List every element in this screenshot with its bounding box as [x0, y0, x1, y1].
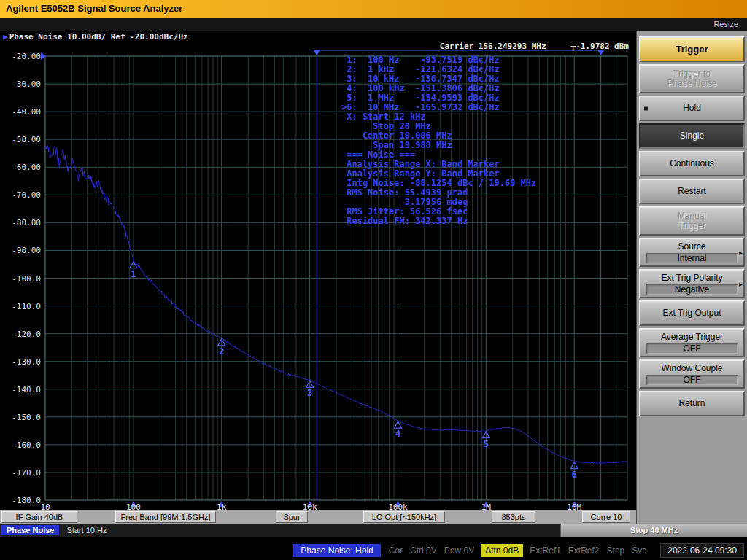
carrier-readout: Carrier 156.249293 MHz┬-1.9782 dBm — [440, 42, 629, 51]
y-axis-label: -40.00 — [12, 107, 41, 117]
softkey-source-value: Internal — [646, 253, 737, 263]
y-axis-label: -80.00 — [12, 218, 41, 228]
carrier-label: Carrier 156.249293 MHz — [440, 42, 546, 51]
app-title: Agilent E5052B Signal Source Analyzer — [6, 3, 182, 14]
x-axis-label: 100k — [388, 502, 408, 510]
softkey-trigger-to-phase-noise[interactable]: Trigger toPhase Noise — [639, 64, 745, 93]
softkey-label: Hold — [683, 104, 701, 113]
y-axis-label: -120.0 — [12, 330, 41, 339]
band-marker-arrow-icon[interactable] — [313, 50, 320, 55]
softkey-manual-trigger[interactable]: ManualTrigger — [639, 206, 745, 236]
y-axis-label: -20.00 — [12, 52, 41, 61]
softkey-return[interactable]: Return — [639, 391, 745, 416]
trace-header: ▶Phase Noise 10.00dB/ Ref -20.00dBc/Hz — [3, 32, 188, 42]
status-spur: Spur — [276, 511, 308, 523]
status-if-gain: IF Gain 40dB — [1, 511, 77, 523]
status-correlation: Corre 10 — [582, 511, 630, 523]
softkey-label: Trigger — [678, 221, 706, 230]
trace-arrow-icon: ▶ — [3, 32, 8, 42]
indicator-ctrl-0v: Ctrl 0V — [410, 545, 437, 556]
sweep-stop-label: Stop 40 MHz — [630, 526, 678, 534]
y-axis-label: -130.0 — [12, 357, 41, 367]
x-axis-label: 1k — [217, 502, 227, 510]
softkey-label: Source — [678, 242, 705, 252]
plot-area: ▶Phase Noise 10.00dB/ Ref -20.00dBc/Hz C… — [0, 31, 636, 510]
power-label: -1.9782 dBm — [576, 42, 629, 51]
status-points: 853pts — [492, 511, 535, 523]
x-axis-label: 1M — [481, 502, 492, 510]
softkey-label: Average Trigger — [661, 332, 723, 342]
sweep-right-panel: Stop 40 MHz — [560, 524, 747, 537]
y-axis-label: -140.0 — [12, 385, 41, 394]
trace-chip[interactable]: Phase Noise — [1, 525, 59, 535]
y-axis-label: -160.0 — [12, 440, 41, 450]
indicator-extref1: ExtRef1 — [530, 545, 561, 556]
y-axis-label: -60.00 — [12, 163, 41, 172]
softkey-average-trigger-value: OFF — [646, 343, 737, 354]
marker-2-number: 2 — [219, 346, 224, 357]
y-axis-label: -150.0 — [12, 413, 41, 422]
x-axis-label: 10k — [303, 502, 317, 510]
indicators-left: CorCtrl 0VPow 0V — [385, 545, 478, 556]
indicator-extref2: ExtRef2 — [568, 545, 600, 556]
marker-6-number: 6 — [572, 470, 577, 480]
hold-indicator-dot — [644, 106, 648, 110]
y-axis-label: -100.0 — [12, 274, 41, 284]
softkey-label: Ext Trig Polarity — [661, 273, 722, 283]
title-bar: Agilent E5052B Signal Source Analyzer — [0, 0, 747, 18]
x-axis-label: 100 — [126, 502, 141, 510]
softkey-continuous[interactable]: Continuous — [639, 151, 745, 176]
softkey-window-couple-value: OFF — [646, 375, 737, 385]
y-axis-label: -50.00 — [12, 135, 41, 144]
sweep-start-label: Start 10 Hz — [66, 526, 107, 534]
instrument-screen: Agilent E5052B Signal Source Analyzer Re… — [0, 0, 747, 560]
y-axis-label: -170.0 — [12, 468, 41, 478]
status-row-sweep: Phase Noise Start 10 Hz Stop 40 MHz — [0, 524, 747, 537]
y-axis-label: -110.0 — [12, 302, 41, 311]
mode-status: Phase Noise: Hold — [293, 544, 380, 557]
y-axis-label: -180.0 — [12, 496, 41, 505]
submenu-arrow-icon: ▸ — [739, 249, 743, 257]
softkey-label: Trigger — [676, 44, 708, 54]
softkey-ext-trig-polarity[interactable]: Ext Trig PolarityNegative▸ — [639, 269, 745, 298]
submenu-arrow-icon: ▸ — [739, 280, 743, 288]
softkey-source[interactable]: SourceInternal▸ — [639, 238, 745, 267]
softkey-label: Window Couple — [661, 364, 722, 373]
indicator-cor: Cor — [389, 545, 403, 556]
indicator-pow-0v: Pow 0V — [444, 545, 474, 556]
softkey-buttons: TriggerTrigger toPhase NoiseHoldSingleCo… — [637, 31, 747, 416]
softkey-label: Restart — [678, 187, 706, 196]
y-axis-label: -70.00 — [12, 190, 41, 200]
window-menu-strip: Resize — [0, 18, 747, 31]
phase-noise-plot[interactable]: -20.00-30.00-40.00-50.00-60.00-70.00-80.… — [0, 31, 636, 510]
status-bar: Phase Noise: Hold CorCtrl 0VPow 0V Attn … — [0, 540, 747, 560]
softkey-label: Single — [680, 131, 704, 141]
softkey-label: Phase Noise — [667, 79, 716, 88]
indicator-stop: Stop — [607, 545, 625, 556]
indicator-svc: Svc — [632, 545, 646, 556]
x-axis-label: 10M — [567, 502, 581, 510]
indicators-right: ExtRef1ExtRef2StopSvc — [526, 545, 650, 556]
y-axis-label: -30.00 — [12, 79, 41, 89]
sweep-left-panel: Phase Noise Start 10 Hz — [0, 524, 560, 537]
softkey-single[interactable]: Single — [639, 123, 745, 149]
softkey-menu: TriggerTrigger toPhase NoiseHoldSingleCo… — [636, 31, 747, 537]
softkey-ext-trig-output[interactable]: Ext Trig Output — [639, 300, 745, 326]
marker-4-number: 4 — [395, 429, 400, 439]
marker-3-number: 3 — [307, 388, 312, 398]
softkey-trigger-menu-title: Trigger — [639, 36, 745, 62]
softkey-label: Continuous — [670, 159, 714, 168]
softkey-window-couple[interactable]: Window CoupleOFF — [639, 359, 745, 389]
softkey-average-trigger[interactable]: Average TriggerOFF — [639, 328, 745, 357]
softkey-restart[interactable]: Restart — [639, 179, 745, 204]
x-axis-label: 10 — [40, 502, 50, 510]
resize-button[interactable]: Resize — [713, 20, 738, 28]
softkey-label: Return — [678, 399, 705, 408]
trace-header-label: Phase Noise 10.00dB/ Ref -20.00dBc/Hz — [9, 32, 188, 42]
status-row-measurement: IF Gain 40dBFreq Band [99M-1.5GHz]SpurLO… — [0, 510, 636, 524]
softkey-label: Ext Trig Output — [662, 308, 721, 318]
softkey-hold[interactable]: Hold — [639, 96, 745, 121]
status-freq-band: Freq Band [99M-1.5GHz] — [115, 511, 216, 523]
datetime: 2022-06-24 09:30 — [660, 543, 744, 558]
status-lo-opt: LO Opt [<150kHz] — [363, 511, 445, 523]
